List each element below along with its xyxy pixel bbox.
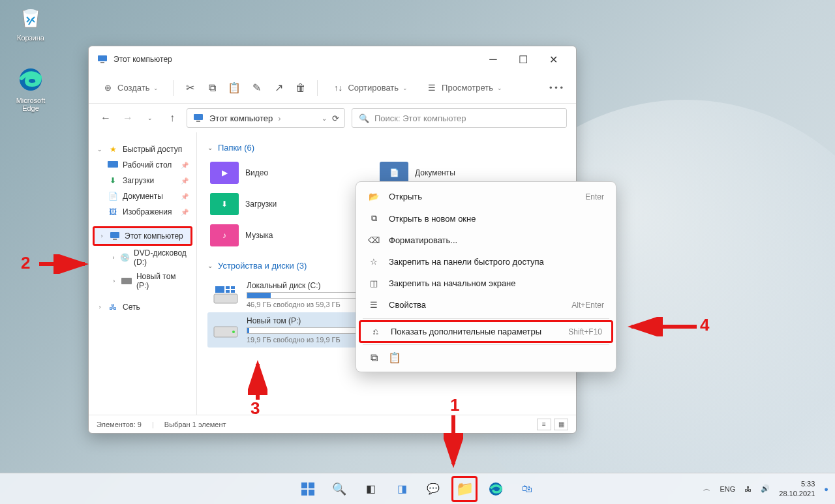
details-view-button[interactable]: ≡ (537, 419, 551, 430)
chevron-right-icon: › (99, 233, 105, 239)
tray-volume-icon[interactable]: 🔊 (761, 484, 770, 493)
svg-rect-17 (301, 482, 307, 488)
search-placeholder: Поиск: Этот компьютер (374, 113, 466, 123)
sidebar-item-desktop[interactable]: Рабочий стол📌 (93, 157, 192, 173)
task-view-icon: ◧ (366, 482, 376, 495)
sort-button[interactable]: ↑↓ Сортировать ⌄ (328, 80, 412, 96)
svg-rect-8 (121, 278, 132, 284)
download-icon: ⬇ (107, 175, 119, 186)
refresh-icon[interactable]: ⟳ (332, 113, 339, 123)
chevron-down-icon[interactable]: ⌄ (322, 115, 327, 122)
status-selected: Выбран 1 элемент (164, 421, 226, 428)
folders-section-header[interactable]: ⌄ Папки (6) (207, 143, 566, 153)
pin-icon: 📌 (181, 162, 189, 169)
chevron-down-icon: ⌄ (153, 85, 159, 91)
address-bar[interactable]: Этот компьютер › ⌄ ⟳ (187, 108, 345, 128)
rename-icon[interactable]: ✎ (250, 82, 262, 94)
tray-language[interactable]: ENG (720, 485, 735, 493)
sidebar: ⌄ ★ Быстрый доступ Рабочий стол📌 ⬇ Загру… (89, 132, 197, 415)
sidebar-item-network[interactable]: › 🖧 Сеть (93, 299, 192, 315)
pin-icon: 📌 (181, 177, 189, 185)
tray-notifications-icon[interactable]: ● (824, 485, 828, 493)
up-button[interactable]: ↑ (164, 112, 180, 124)
view-icon: ☰ (426, 82, 438, 94)
more-button[interactable]: • • • (545, 80, 567, 95)
svg-rect-10 (215, 286, 224, 293)
chat-icon: 💬 (427, 482, 440, 495)
tray-network-icon[interactable]: 🖧 (744, 485, 752, 493)
cut-icon[interactable]: ✂ (184, 82, 196, 94)
folder-videos[interactable]: ▶ Видео (207, 159, 351, 186)
share-icon[interactable]: ↗ (273, 82, 284, 94)
paste-icon[interactable]: 📋 (389, 351, 401, 364)
copy-icon[interactable]: ⧉ (368, 351, 380, 364)
maximize-button[interactable]: ☐ (508, 50, 538, 69)
new-window-icon: ⧉ (368, 213, 380, 224)
dvd-icon: 💿 (120, 252, 130, 263)
recycle-bin[interactable]: Корзина (8, 3, 53, 42)
this-pc-icon (192, 113, 204, 123)
chevron-down-icon: ⌄ (207, 262, 213, 269)
chat-button[interactable]: 💬 (420, 476, 446, 502)
delete-icon[interactable]: 🗑 (295, 82, 307, 94)
create-button[interactable]: ⊕ Создать ⌄ (98, 80, 162, 96)
drive-c[interactable]: Локальный диск (C:) 46,9 ГБ свободно из … (207, 277, 364, 312)
sidebar-item-this-pc[interactable]: › Этот компьютер (93, 226, 192, 246)
sidebar-item-dvd[interactable]: › 💿 DVD-дисковод (D:) (93, 246, 192, 269)
drive-icon (121, 276, 132, 286)
videos-folder-icon: ▶ (210, 162, 239, 184)
svg-rect-1 (98, 55, 107, 61)
start-button[interactable] (295, 476, 321, 502)
close-button[interactable]: ✕ (538, 50, 568, 69)
sidebar-item-documents[interactable]: 📄 Документы📌 (93, 188, 192, 204)
copy-icon[interactable]: ⧉ (206, 82, 218, 94)
sidebar-item-quick-access[interactable]: ⌄ ★ Быстрый доступ (93, 141, 192, 157)
search-button[interactable]: 🔍 (326, 476, 352, 502)
search-icon: 🔍 (332, 482, 346, 496)
view-button[interactable]: ☰ Просмотреть ⌄ (422, 80, 506, 96)
ctx-open[interactable]: 📂 Открыть Enter (356, 186, 616, 207)
this-pc-icon (109, 231, 121, 241)
tray-clock[interactable]: 5:33 28.10.2021 (779, 479, 815, 498)
folder-downloads[interactable]: ⬇ Загрузки (207, 190, 351, 218)
recent-button[interactable]: ⌄ (142, 115, 158, 121)
properties-icon: ☰ (368, 300, 380, 310)
folder-music[interactable]: ♪ Музыка (207, 222, 351, 249)
ctx-pin-quick-access[interactable]: ☆ Закрепить на панели быстрого доступа (356, 251, 616, 273)
paste-icon[interactable]: 📋 (228, 82, 240, 94)
svg-rect-18 (309, 482, 314, 488)
sidebar-item-new-volume[interactable]: › Новый том (P:) (93, 269, 192, 293)
drive-c-icon (211, 284, 240, 306)
annotation-4-number: 4 (700, 315, 709, 335)
ctx-properties[interactable]: ☰ Свойства Alt+Enter (356, 294, 616, 316)
folder-icon: 📁 (456, 481, 474, 497)
ctx-pin-start[interactable]: ◫ Закрепить на начальном экране (356, 273, 616, 294)
ctx-format[interactable]: ⌫ Форматировать... (356, 230, 616, 251)
sidebar-item-pictures[interactable]: 🖼 Изображения📌 (93, 204, 192, 220)
this-pc-icon (97, 54, 108, 65)
chevron-down-icon: ⌄ (207, 144, 213, 151)
back-button[interactable]: ← (98, 112, 114, 124)
window-title: Этот компьютер (114, 55, 172, 64)
ctx-open-new-window[interactable]: ⧉ Открыть в новом окне (356, 207, 616, 230)
drive-p-usage-bar (247, 327, 360, 334)
chevron-right-icon: › (111, 278, 117, 284)
drive-p[interactable]: Новый том (P:) 19,9 ГБ свободно из 19,9 … (207, 312, 364, 348)
tiles-view-button[interactable]: ▦ (554, 419, 568, 430)
downloads-folder-icon: ⬇ (210, 193, 239, 215)
search-input[interactable]: 🔍 Поиск: Этот компьютер (352, 108, 567, 128)
task-view-button[interactable]: ◧ (357, 476, 384, 502)
titlebar[interactable]: Этот компьютер ─ ☐ ✕ (89, 46, 576, 72)
explorer-taskbar-button[interactable]: 📁 (451, 476, 478, 502)
ctx-show-more-options[interactable]: ⎌ Показать дополнительные параметры Shif… (359, 320, 613, 343)
sidebar-item-downloads[interactable]: ⬇ Загрузки📌 (93, 173, 192, 188)
edge-shortcut[interactable]: Microsoft Edge (8, 65, 53, 112)
minimize-button[interactable]: ─ (478, 50, 508, 69)
widgets-button[interactable]: ◨ (389, 476, 415, 502)
svg-rect-12 (231, 286, 235, 289)
tray-chevron[interactable]: ︿ (703, 484, 710, 494)
store-taskbar-button[interactable]: 🛍 (514, 476, 540, 502)
taskbar: 🔍 ◧ ◨ 💬 📁 🛍 ︿ ENG 🖧 🔊 5:33 28.10.2021 ● (0, 473, 835, 504)
edge-taskbar-button[interactable] (483, 476, 509, 502)
forward-button[interactable]: → (120, 112, 136, 124)
